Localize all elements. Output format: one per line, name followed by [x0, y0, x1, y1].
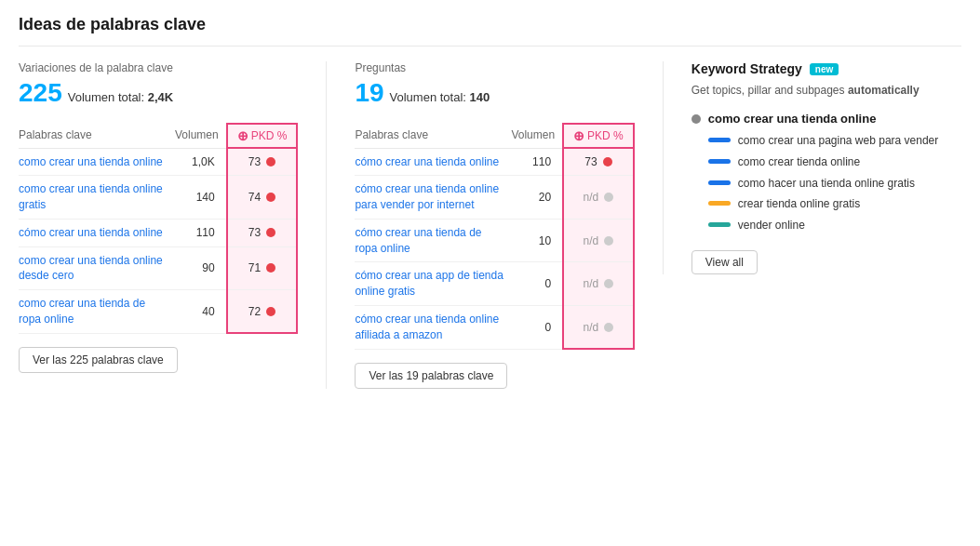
questions-table-wrapper: Palabras clave Volumen ⊕ PKD % cómo crea… — [355, 123, 634, 350]
keyword-link[interactable]: como crear una tienda online gratis — [19, 181, 168, 213]
gray-dot — [604, 236, 613, 246]
red-dot — [266, 157, 275, 166]
pkd-cell: n/d — [563, 219, 634, 262]
subtopic-bar — [708, 201, 731, 206]
questions-count: 19 Volumen total: 140 — [355, 78, 634, 108]
keyword-link[interactable]: cómo crear una tienda de ropa online — [355, 225, 503, 257]
volume-cell: 140 — [175, 176, 227, 220]
volume-cell: 90 — [175, 246, 227, 290]
keyword-cell: como crear una tienda de ropa online — [19, 290, 175, 334]
keyword-cell: como crear una tienda online gratis — [19, 176, 175, 220]
red-dot — [266, 228, 275, 237]
keyword-link[interactable]: como crear una tienda online desde cero — [19, 253, 168, 285]
keyword-link[interactable]: cómo crear una tienda online — [19, 225, 163, 241]
red-dot — [266, 263, 275, 273]
volume-cell: 110 — [511, 148, 563, 176]
topic-main-keyword: como crear una tienda online — [708, 112, 877, 126]
keyword-cell: cómo crear una tienda online afiliada a … — [355, 306, 511, 350]
questions-table: Palabras clave Volumen ⊕ PKD % cómo crea… — [355, 123, 634, 350]
gray-dot — [604, 193, 613, 202]
table-row: cómo crear una tienda online 110 73 — [19, 219, 297, 246]
pkd-value: 72 — [248, 305, 261, 318]
strategy-subtitle: Get topics, pillar and subpages automati… — [691, 82, 961, 99]
volume-cell: 20 — [511, 176, 563, 220]
variations-col-volume: Volumen — [175, 124, 227, 148]
nd-value: n/d — [584, 191, 599, 204]
strategy-header: Keyword Strategy new — [691, 61, 961, 76]
strategy-title: Keyword Strategy — [691, 61, 802, 76]
keyword-strategy-panel: Keyword Strategy new Get topics, pillar … — [663, 61, 961, 274]
keyword-cell: cómo crear una tienda online — [19, 219, 175, 246]
pkd-cell: 73 — [227, 219, 298, 246]
variations-view-button[interactable]: Ver las 225 palabras clave — [19, 347, 178, 373]
variations-count: 225 Volumen total: 2,4K — [19, 78, 298, 108]
keyword-cell: como crear una tienda online — [19, 148, 175, 176]
variations-col-keyword: Palabras clave — [19, 124, 175, 148]
volume-cell: 110 — [175, 219, 227, 246]
pkd-value: 73 — [584, 155, 597, 168]
subtopic-text: vender online — [738, 218, 805, 233]
pkd-value: 71 — [248, 261, 261, 274]
topic-dot — [691, 114, 701, 124]
keyword-cell: cómo crear una tienda online para vender… — [355, 176, 511, 220]
table-row: como crear una tienda online 1,0K 73 — [19, 148, 297, 176]
table-row: cómo crear una tienda online afiliada a … — [355, 306, 633, 350]
table-row: como crear una tienda online desde cero … — [19, 246, 297, 290]
subtopic-item: como crear tienda online — [708, 154, 961, 170]
table-row: como crear una tienda de ropa online 40 … — [19, 290, 297, 334]
subtopic-item: crear tienda online gratis — [708, 196, 961, 212]
nd-value: n/d — [584, 277, 599, 290]
questions-volume-text: Volumen total: 140 — [390, 90, 490, 104]
subtopic-item: como crear una pagina web para vender — [708, 133, 961, 149]
volume-cell: 10 — [511, 219, 563, 262]
volume-cell: 0 — [511, 306, 563, 350]
keyword-link[interactable]: como crear una tienda de ropa online — [19, 296, 168, 327]
keyword-link[interactable]: cómo crear una tienda online afiliada a … — [355, 312, 503, 343]
subtopic-bar — [708, 180, 731, 185]
volume-cell: 1,0K — [175, 148, 227, 176]
pkd-icon-q: ⊕ PKD % — [573, 128, 624, 143]
table-row: cómo crear una tienda de ropa online 10 … — [355, 219, 633, 262]
questions-view-button[interactable]: Ver las 19 palabras clave — [355, 363, 507, 389]
pkd-cell: 73 — [227, 148, 298, 176]
variations-col-pkd: ⊕ PKD % — [227, 124, 298, 148]
pkd-value: 73 — [248, 226, 261, 239]
variations-label: Variaciones de la palabra clave — [19, 61, 298, 74]
keyword-link[interactable]: cómo crear una app de tienda online grat… — [355, 268, 503, 300]
pkd-cell: n/d — [563, 262, 634, 306]
view-all-button[interactable]: View all — [691, 250, 758, 274]
pkd-cell: n/d — [563, 306, 634, 350]
variations-volume-text: Volumen total: 2,4K — [68, 90, 173, 104]
subtopic-text: como crear tienda online — [738, 154, 860, 170]
nd-value: n/d — [584, 234, 599, 247]
variations-section: Variaciones de la palabra clave 225 Volu… — [19, 61, 326, 373]
subtopic-text: crear tienda online gratis — [738, 196, 860, 212]
volume-cell: 40 — [175, 290, 227, 334]
keyword-link[interactable]: como crear una tienda online — [19, 154, 163, 170]
questions-section: Preguntas 19 Volumen total: 140 Palabras… — [326, 61, 662, 389]
page-title: Ideas de palabras clave — [19, 15, 961, 47]
subtopic-bar — [708, 138, 731, 142]
variations-table: Palabras clave Volumen ⊕ PKD % como crea… — [19, 123, 298, 334]
questions-col-volume: Volumen — [511, 124, 563, 148]
pkd-value: 73 — [248, 155, 261, 168]
keyword-cell: cómo crear una app de tienda online grat… — [355, 262, 511, 306]
pkd-value: 74 — [248, 191, 261, 204]
keyword-link[interactable]: cómo crear una tienda online para vender… — [355, 181, 503, 213]
pkd-cell: n/d — [563, 176, 634, 220]
gray-dot — [604, 323, 613, 332]
variations-number: 225 — [19, 78, 62, 108]
subtopic-list: como crear una pagina web para vender co… — [708, 133, 961, 233]
keyword-link[interactable]: cómo crear una tienda online — [355, 154, 499, 170]
table-row: como crear una tienda online gratis 140 … — [19, 176, 297, 220]
strategy-topic: como crear una tienda online — [691, 112, 961, 126]
subtopic-text: como hacer una tienda online gratis — [738, 176, 915, 192]
subtopic-item: como hacer una tienda online gratis — [708, 176, 961, 192]
table-row: cómo crear una app de tienda online grat… — [355, 262, 633, 306]
table-row: cómo crear una tienda online 110 73 — [355, 148, 633, 176]
table-row: cómo crear una tienda online para vender… — [355, 176, 633, 220]
new-badge: new — [810, 63, 839, 75]
nd-value: n/d — [584, 321, 599, 334]
questions-col-pkd: ⊕ PKD % — [563, 124, 634, 148]
keyword-cell: como crear una tienda online desde cero — [19, 246, 175, 290]
